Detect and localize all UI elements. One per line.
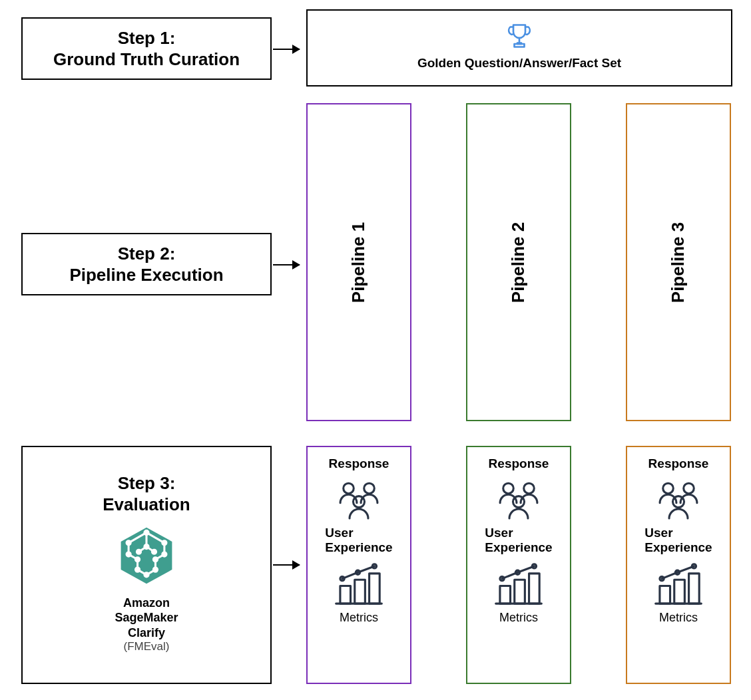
eval-col-3: Response User Experience Metrics bbox=[626, 446, 731, 684]
pipeline1-label: Pipeline 1 bbox=[348, 222, 369, 302]
step1-title: Step 1: bbox=[118, 27, 176, 49]
pipeline2-label: Pipeline 2 bbox=[508, 222, 529, 302]
svg-rect-26 bbox=[500, 586, 511, 604]
step2-box: Step 2: Pipeline Execution bbox=[21, 233, 272, 295]
metrics-icon bbox=[493, 563, 545, 607]
arrow-step1 bbox=[273, 49, 300, 50]
trophy-icon bbox=[503, 20, 535, 52]
svg-point-23 bbox=[503, 483, 514, 494]
users-icon bbox=[652, 479, 704, 520]
svg-point-7 bbox=[135, 557, 139, 561]
svg-point-15 bbox=[364, 483, 375, 494]
eval2-metrics-label: Metrics bbox=[499, 611, 538, 625]
svg-point-13 bbox=[152, 550, 156, 554]
svg-point-5 bbox=[126, 552, 130, 556]
eval-col-1: Response User Experience Metrics bbox=[306, 446, 411, 684]
users-icon bbox=[493, 479, 545, 520]
svg-point-4 bbox=[162, 552, 166, 556]
pipeline3-label: Pipeline 3 bbox=[668, 222, 688, 302]
metrics-icon bbox=[652, 563, 704, 607]
golden-output-box: Golden Question/Answer/Fact Set bbox=[306, 9, 732, 87]
svg-rect-28 bbox=[529, 574, 540, 604]
svg-point-34 bbox=[672, 496, 684, 508]
svg-rect-36 bbox=[674, 580, 685, 604]
eval1-ux-label: User Experience bbox=[325, 526, 392, 555]
svg-point-33 bbox=[684, 483, 694, 494]
eval3-ux-label: User Experience bbox=[644, 526, 712, 555]
svg-point-12 bbox=[136, 550, 140, 554]
eval3-metrics-label: Metrics bbox=[659, 611, 698, 625]
step3-title: Step 3: bbox=[118, 472, 176, 494]
svg-point-2 bbox=[162, 540, 166, 544]
pipeline3-box: Pipeline 3 bbox=[626, 103, 731, 421]
svg-point-11 bbox=[144, 544, 148, 548]
step3-box: Step 3: Evaluation Amazon SageMaker Clar… bbox=[21, 446, 272, 684]
eval2-response-label: Response bbox=[489, 456, 549, 471]
step3-tool-line2: (FMEval) bbox=[124, 640, 170, 653]
step2-title: Step 2: bbox=[118, 243, 176, 265]
svg-rect-18 bbox=[355, 580, 366, 604]
svg-rect-35 bbox=[660, 586, 670, 604]
step1-box: Step 1: Ground Truth Curation bbox=[21, 17, 272, 80]
svg-rect-27 bbox=[515, 580, 525, 604]
golden-output-label: Golden Question/Answer/Fact Set bbox=[308, 56, 731, 71]
eval3-response-label: Response bbox=[648, 456, 709, 471]
svg-rect-17 bbox=[340, 586, 351, 604]
svg-point-32 bbox=[663, 483, 674, 494]
svg-rect-19 bbox=[370, 574, 380, 604]
svg-point-25 bbox=[513, 496, 524, 508]
svg-point-9 bbox=[135, 568, 139, 572]
svg-point-3 bbox=[126, 540, 130, 544]
svg-point-14 bbox=[344, 483, 354, 494]
eval2-ux-label: User Experience bbox=[485, 526, 552, 555]
pipeline1-box: Pipeline 1 bbox=[306, 103, 411, 421]
step2-subtitle: Pipeline Execution bbox=[69, 264, 223, 286]
svg-point-1 bbox=[144, 530, 148, 534]
svg-point-16 bbox=[353, 496, 364, 508]
arrow-step2 bbox=[273, 264, 300, 265]
eval-col-2: Response User Experience Metrics bbox=[466, 446, 571, 684]
svg-point-10 bbox=[144, 572, 148, 576]
eval1-response-label: Response bbox=[329, 456, 389, 471]
eval1-metrics-label: Metrics bbox=[340, 611, 378, 625]
svg-point-8 bbox=[153, 568, 157, 572]
svg-rect-37 bbox=[689, 574, 700, 604]
step3-subtitle: Evaluation bbox=[103, 494, 190, 516]
pipeline2-box: Pipeline 2 bbox=[466, 103, 571, 421]
step1-subtitle: Ground Truth Curation bbox=[53, 49, 240, 71]
users-icon bbox=[333, 479, 385, 520]
svg-point-24 bbox=[524, 483, 535, 494]
step3-tool-line1: Amazon SageMaker Clarify bbox=[115, 596, 178, 641]
sagemaker-clarify-icon bbox=[115, 524, 178, 588]
arrow-step3 bbox=[273, 564, 300, 566]
svg-point-6 bbox=[153, 557, 157, 561]
metrics-icon bbox=[333, 563, 385, 607]
